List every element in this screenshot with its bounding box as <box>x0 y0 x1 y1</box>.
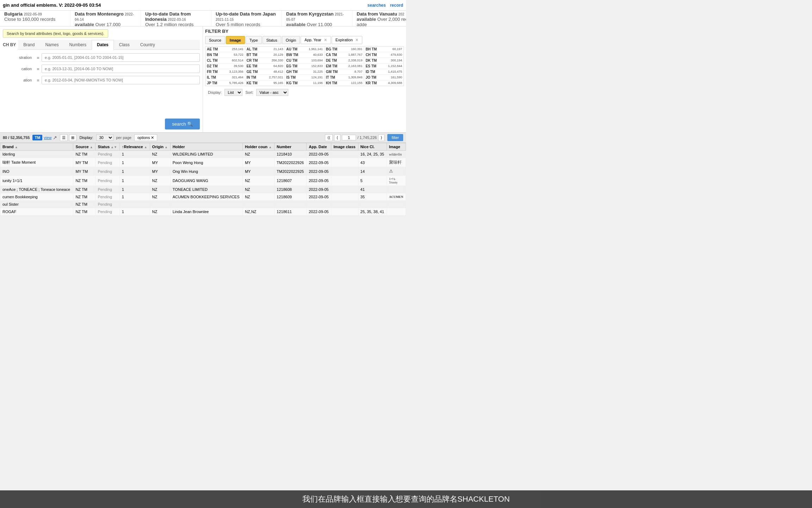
col-holder[interactable]: Holder <box>170 143 242 151</box>
cell-holdercountry-8: NZ,NZ <box>242 208 274 216</box>
tab-class[interactable]: Class <box>114 40 135 49</box>
col-source[interactable]: Source ▲ <box>73 143 96 151</box>
country-bw[interactable]: BW TM40,633 <box>285 52 324 58</box>
country-al[interactable]: AL TM21,143 <box>245 47 285 52</box>
col-holder-country[interactable]: Holder coun ▲ <box>242 143 274 151</box>
registration-input[interactable] <box>42 53 200 62</box>
country-gh[interactable]: GH TM31,225 <box>285 69 324 74</box>
options-button[interactable]: options ✕ <box>134 134 158 141</box>
filter-tab-status[interactable]: Status <box>263 36 281 44</box>
country-de[interactable]: DE TM2,338,019 <box>325 58 364 63</box>
news-desc-6: available Over 2,000 records adde <box>357 17 406 26</box>
country-es[interactable]: ES TM1,152,844 <box>364 64 404 69</box>
cell-holdercountry-7 <box>242 201 274 208</box>
expiration-input[interactable] <box>42 76 200 84</box>
col-nicecl[interactable]: Nice Cl. <box>358 143 387 151</box>
country-ee[interactable]: EE TM64,820 <box>245 64 285 69</box>
col-brand[interactable]: Brand ▲ <box>0 143 73 151</box>
first-page-button[interactable]: ⟨⟨ <box>325 134 333 141</box>
grid-view-icon[interactable]: ⊞ <box>69 134 76 141</box>
filter-tab-expiration[interactable]: Expiration ✕ <box>332 36 362 44</box>
country-id[interactable]: ID TM1,410,475 <box>364 69 404 74</box>
tab-dates[interactable]: Dates <box>92 40 114 50</box>
col-appdate[interactable]: App. Date <box>307 143 331 151</box>
col-relevance[interactable]: ↑Relevance ▲ <box>119 143 150 151</box>
cell-nicecl-1: 16, 24, 25, 35 <box>358 151 387 158</box>
display-per-page-label: Display: <box>79 135 93 140</box>
filter-tab-origin[interactable]: Origin <box>282 36 300 44</box>
country-gm[interactable]: GM TM8,707 <box>325 69 364 74</box>
tab-numbers[interactable]: Numbers <box>64 40 92 49</box>
external-link-icon[interactable]: ↗ <box>53 135 57 140</box>
country-bh[interactable]: BH TM60,197 <box>364 47 404 52</box>
middle-section: Search by brand attributes (text, logo, … <box>0 26 406 132</box>
country-ge[interactable]: GE TM48,412 <box>245 69 285 74</box>
records-link[interactable]: record <box>390 3 403 8</box>
country-il[interactable]: IL TM321,464 <box>205 75 245 80</box>
country-dk[interactable]: DK TM300,194 <box>364 58 404 63</box>
list-view-icon[interactable]: ☰ <box>60 134 68 141</box>
country-ch[interactable]: CH TM479,830 <box>364 52 404 58</box>
next-page-button[interactable]: ⟩ <box>378 134 385 141</box>
country-kh[interactable]: KH TM122,155 <box>325 80 364 86</box>
cell-holder-7 <box>170 201 242 208</box>
country-fr[interactable]: FR TM3,123,356 <box>205 69 245 74</box>
per-page-select[interactable]: 30 50 100 <box>96 134 113 141</box>
country-eg[interactable]: EG TM152,833 <box>285 64 324 69</box>
country-ke[interactable]: KE TM95,165 <box>245 80 285 86</box>
news-desc-3: Over 1.2 million records available <box>145 22 207 26</box>
filter-tab-appyear[interactable]: App. Year ✕ <box>301 36 331 44</box>
tab-brand[interactable]: Brand <box>18 40 40 49</box>
filter-tab-type[interactable]: Type <box>246 36 262 44</box>
col-origin[interactable]: Origin ▲ <box>150 143 170 151</box>
country-jp[interactable]: JP TM5,785,426 <box>205 80 245 86</box>
col-status[interactable]: Status ▲▼ <box>96 143 119 151</box>
cell-nicecl-3: 14 <box>358 167 387 176</box>
country-au[interactable]: AU TM1,961,141 <box>285 47 324 52</box>
cell-holdercountry-6: NZ <box>242 193 274 201</box>
tab-names[interactable]: Names <box>40 40 64 49</box>
country-bn[interactable]: BN TM53,722 <box>205 52 245 58</box>
filter-tab-image[interactable]: Image <box>226 36 245 44</box>
col-number[interactable]: Number <box>275 143 307 151</box>
country-em[interactable]: EM TM2,163,081 <box>325 64 364 69</box>
display-select[interactable]: List Grid <box>224 89 242 96</box>
close-expiration-icon[interactable]: ✕ <box>355 38 358 42</box>
cell-status-5: Pending <box>96 186 119 193</box>
searches-link[interactable]: searches <box>368 3 386 8</box>
country-in[interactable]: IN TM2,757,021 <box>245 75 285 80</box>
country-it[interactable]: IT TM1,309,846 <box>325 75 364 80</box>
filter-tab-source[interactable]: Source <box>205 36 225 44</box>
col-imageclass[interactable]: Image class <box>331 143 358 151</box>
tm-badge[interactable]: TM <box>32 135 42 140</box>
prev-page-button[interactable]: ⟨ <box>334 134 340 141</box>
page-input[interactable] <box>342 135 356 140</box>
country-cu[interactable]: CU TM103,694 <box>285 58 324 63</box>
cell-appdate-4: 2022-09-05 <box>307 176 331 186</box>
cell-imageclass-5 <box>331 186 358 193</box>
table-row: iunity 1=1/1 NZ TM Pending 1 NZ DAOGUANG… <box>0 176 406 186</box>
country-jo[interactable]: JO TM161,590 <box>364 75 404 80</box>
tab-country[interactable]: Country <box>135 40 160 49</box>
cell-nicecl-5: 41 <box>358 186 387 193</box>
country-ca[interactable]: CA TM1,887,767 <box>325 52 364 58</box>
country-bg[interactable]: BG TM160,391 <box>325 47 364 52</box>
search-button[interactable]: search 🔍 <box>165 119 200 129</box>
country-kr[interactable]: KR TM4,309,688 <box>364 80 404 86</box>
country-dz[interactable]: DZ TM39,530 <box>205 64 245 69</box>
country-cl[interactable]: CL TM602,514 <box>205 58 245 63</box>
filter-button[interactable]: filter <box>387 134 403 141</box>
country-ae[interactable]: AE TM253,141 <box>205 47 245 52</box>
country-bt[interactable]: BT TM20,129 <box>245 52 285 58</box>
sort-select[interactable]: Value - asc Value - desc Date - asc Date… <box>256 89 288 96</box>
cell-source-6: NZ TM <box>73 193 96 201</box>
col-image[interactable]: Image <box>387 143 406 151</box>
country-cr[interactable]: CR TM356,330 <box>245 58 285 63</box>
close-appyear-icon[interactable]: ✕ <box>324 38 327 42</box>
view-link[interactable]: view <box>44 135 51 140</box>
cell-holder-4: DAOGUANG WANG <box>170 176 242 186</box>
country-is[interactable]: IS TM124,191 <box>285 75 324 80</box>
publication-input[interactable] <box>42 65 200 73</box>
country-kg[interactable]: KG TM11,196 <box>285 80 324 86</box>
cell-brand-2: 味軒 Taste Moment <box>0 158 73 167</box>
